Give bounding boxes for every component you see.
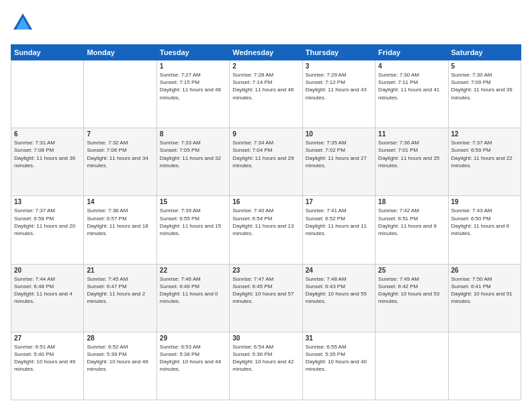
cell-content: Sunrise: 7:38 AM Sunset: 6:57 PM Dayligh… xyxy=(87,207,153,237)
cell-content: Sunrise: 7:50 AM Sunset: 6:41 PM Dayligh… xyxy=(451,275,518,306)
day-number: 15 xyxy=(160,198,226,205)
day-number: 5 xyxy=(451,62,518,70)
cell-content: Sunrise: 7:41 AM Sunset: 6:52 PM Dayligh… xyxy=(306,207,372,237)
cell-content: Sunrise: 7:44 AM Sunset: 6:48 PM Dayligh… xyxy=(14,275,81,306)
day-number: 3 xyxy=(306,62,372,70)
day-number: 8 xyxy=(160,130,226,138)
calendar-cell: 15Sunrise: 7:39 AM Sunset: 6:55 PM Dayli… xyxy=(157,196,229,264)
calendar-cell: 3Sunrise: 7:29 AM Sunset: 7:12 PM Daylig… xyxy=(302,60,375,128)
cell-content: Sunrise: 7:29 AM Sunset: 7:12 PM Dayligh… xyxy=(306,71,372,101)
cell-content: Sunrise: 7:28 AM Sunset: 7:14 PM Dayligh… xyxy=(232,71,299,101)
cell-content: Sunrise: 7:45 AM Sunset: 6:47 PM Dayligh… xyxy=(87,275,153,306)
day-number: 16 xyxy=(232,198,299,205)
cell-content: Sunrise: 7:36 AM Sunset: 7:01 PM Dayligh… xyxy=(378,139,445,169)
day-number: 26 xyxy=(451,267,518,274)
day-number: 19 xyxy=(451,198,518,205)
cell-content: Sunrise: 7:47 AM Sunset: 6:45 PM Dayligh… xyxy=(232,275,299,306)
calendar-cell: 10Sunrise: 7:35 AM Sunset: 7:02 PM Dayli… xyxy=(302,128,375,196)
calendar-cell: 27Sunrise: 6:51 AM Sunset: 5:40 PM Dayli… xyxy=(11,332,84,400)
cell-content: Sunrise: 7:39 AM Sunset: 6:55 PM Dayligh… xyxy=(160,207,226,237)
calendar-cell: 7Sunrise: 7:32 AM Sunset: 7:06 PM Daylig… xyxy=(84,128,157,196)
calendar-cell: 25Sunrise: 7:49 AM Sunset: 6:42 PM Dayli… xyxy=(375,264,448,332)
day-number: 28 xyxy=(87,334,153,342)
cell-content: Sunrise: 7:48 AM Sunset: 6:43 PM Dayligh… xyxy=(306,275,372,306)
day-number: 10 xyxy=(306,130,372,138)
calendar-cell: 30Sunrise: 6:54 AM Sunset: 5:36 PM Dayli… xyxy=(230,332,302,400)
day-number: 27 xyxy=(14,334,81,342)
calendar-cell: 24Sunrise: 7:48 AM Sunset: 6:43 PM Dayli… xyxy=(302,264,375,332)
cell-content: Sunrise: 6:55 AM Sunset: 5:35 PM Dayligh… xyxy=(306,343,372,373)
cell-content: Sunrise: 7:42 AM Sunset: 6:51 PM Dayligh… xyxy=(378,207,445,237)
day-number: 20 xyxy=(14,267,81,274)
weekday-header-friday: Friday xyxy=(375,45,448,60)
cell-content: Sunrise: 7:37 AM Sunset: 6:59 PM Dayligh… xyxy=(451,139,518,169)
calendar-cell xyxy=(375,332,448,400)
day-number: 13 xyxy=(14,198,81,205)
day-number: 12 xyxy=(451,130,518,138)
cell-content: Sunrise: 7:49 AM Sunset: 6:42 PM Dayligh… xyxy=(378,275,445,306)
cell-content: Sunrise: 7:46 AM Sunset: 6:46 PM Dayligh… xyxy=(160,275,226,306)
calendar-cell: 19Sunrise: 7:43 AM Sunset: 6:50 PM Dayli… xyxy=(448,196,521,264)
calendar-cell: 28Sunrise: 6:52 AM Sunset: 5:39 PM Dayli… xyxy=(84,332,157,400)
week-row-3: 20Sunrise: 7:44 AM Sunset: 6:48 PM Dayli… xyxy=(11,264,521,332)
day-number: 14 xyxy=(87,198,153,205)
calendar-cell: 16Sunrise: 7:40 AM Sunset: 6:54 PM Dayli… xyxy=(230,196,302,264)
cell-content: Sunrise: 7:35 AM Sunset: 7:02 PM Dayligh… xyxy=(306,139,372,169)
weekday-header-tuesday: Tuesday xyxy=(157,45,229,60)
calendar-cell: 26Sunrise: 7:50 AM Sunset: 6:41 PM Dayli… xyxy=(448,264,521,332)
day-number: 4 xyxy=(378,62,445,70)
day-number: 25 xyxy=(378,267,445,274)
calendar-cell: 1Sunrise: 7:27 AM Sunset: 7:15 PM Daylig… xyxy=(157,60,229,128)
weekday-header-thursday: Thursday xyxy=(302,45,375,60)
cell-content: Sunrise: 7:31 AM Sunset: 7:08 PM Dayligh… xyxy=(14,139,81,169)
header xyxy=(11,11,521,38)
calendar-cell: 6Sunrise: 7:31 AM Sunset: 7:08 PM Daylig… xyxy=(11,128,84,196)
day-number: 6 xyxy=(14,130,81,138)
calendar-cell: 8Sunrise: 7:33 AM Sunset: 7:05 PM Daylig… xyxy=(157,128,229,196)
calendar-cell: 29Sunrise: 6:53 AM Sunset: 5:38 PM Dayli… xyxy=(157,332,229,400)
weekday-header-sunday: Sunday xyxy=(11,45,84,60)
cell-content: Sunrise: 7:40 AM Sunset: 6:54 PM Dayligh… xyxy=(232,207,299,237)
day-number: 24 xyxy=(306,267,372,274)
day-number: 2 xyxy=(232,62,299,70)
day-number: 23 xyxy=(232,267,299,274)
week-row-4: 27Sunrise: 6:51 AM Sunset: 5:40 PM Dayli… xyxy=(11,332,521,400)
calendar-cell: 31Sunrise: 6:55 AM Sunset: 5:35 PM Dayli… xyxy=(302,332,375,400)
calendar-cell: 9Sunrise: 7:34 AM Sunset: 7:04 PM Daylig… xyxy=(230,128,302,196)
calendar-cell: 14Sunrise: 7:38 AM Sunset: 6:57 PM Dayli… xyxy=(84,196,157,264)
day-number: 30 xyxy=(232,334,299,342)
calendar-cell: 23Sunrise: 7:47 AM Sunset: 6:45 PM Dayli… xyxy=(230,264,302,332)
day-number: 18 xyxy=(378,198,445,205)
cell-content: Sunrise: 7:30 AM Sunset: 7:11 PM Dayligh… xyxy=(378,71,445,101)
week-row-1: 6Sunrise: 7:31 AM Sunset: 7:08 PM Daylig… xyxy=(11,128,521,196)
day-number: 22 xyxy=(160,267,226,274)
cell-content: Sunrise: 7:30 AM Sunset: 7:09 PM Dayligh… xyxy=(451,71,518,101)
cell-content: Sunrise: 6:54 AM Sunset: 5:36 PM Dayligh… xyxy=(232,343,299,373)
day-number: 21 xyxy=(87,267,153,274)
weekday-header-monday: Monday xyxy=(84,45,157,60)
weekday-header-wednesday: Wednesday xyxy=(230,45,302,60)
cell-content: Sunrise: 6:52 AM Sunset: 5:39 PM Dayligh… xyxy=(87,343,153,373)
day-number: 11 xyxy=(378,130,445,138)
week-row-2: 13Sunrise: 7:37 AM Sunset: 6:58 PM Dayli… xyxy=(11,196,521,264)
calendar-cell: 5Sunrise: 7:30 AM Sunset: 7:09 PM Daylig… xyxy=(448,60,521,128)
calendar-cell: 4Sunrise: 7:30 AM Sunset: 7:11 PM Daylig… xyxy=(375,60,448,128)
calendar-cell: 20Sunrise: 7:44 AM Sunset: 6:48 PM Dayli… xyxy=(11,264,84,332)
calendar-cell xyxy=(84,60,157,128)
calendar-cell xyxy=(448,332,521,400)
cell-content: Sunrise: 7:43 AM Sunset: 6:50 PM Dayligh… xyxy=(451,207,518,237)
cell-content: Sunrise: 7:33 AM Sunset: 7:05 PM Dayligh… xyxy=(160,139,226,169)
weekday-header-saturday: Saturday xyxy=(448,45,521,60)
calendar-cell: 11Sunrise: 7:36 AM Sunset: 7:01 PM Dayli… xyxy=(375,128,448,196)
cell-content: Sunrise: 7:37 AM Sunset: 6:58 PM Dayligh… xyxy=(14,207,81,237)
calendar-cell: 17Sunrise: 7:41 AM Sunset: 6:52 PM Dayli… xyxy=(302,196,375,264)
calendar-cell: 13Sunrise: 7:37 AM Sunset: 6:58 PM Dayli… xyxy=(11,196,84,264)
cell-content: Sunrise: 6:53 AM Sunset: 5:38 PM Dayligh… xyxy=(160,343,226,373)
week-row-0: 1Sunrise: 7:27 AM Sunset: 7:15 PM Daylig… xyxy=(11,60,521,128)
calendar-cell xyxy=(11,60,84,128)
day-number: 9 xyxy=(232,130,299,138)
calendar-cell: 22Sunrise: 7:46 AM Sunset: 6:46 PM Dayli… xyxy=(157,264,229,332)
calendar-table: SundayMondayTuesdayWednesdayThursdayFrid… xyxy=(11,44,521,400)
weekday-header-row: SundayMondayTuesdayWednesdayThursdayFrid… xyxy=(11,45,521,60)
calendar-cell: 12Sunrise: 7:37 AM Sunset: 6:59 PM Dayli… xyxy=(448,128,521,196)
